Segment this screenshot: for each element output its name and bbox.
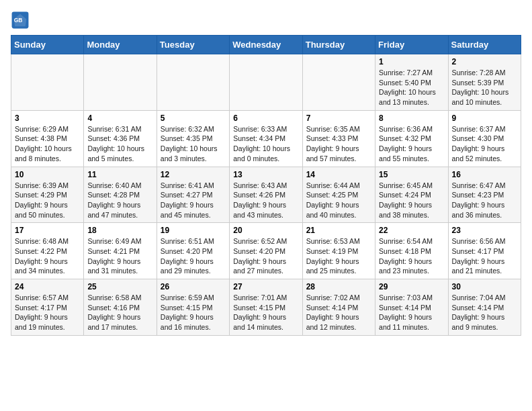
day-number: 16 [452, 170, 517, 179]
day-cell: 6Sunrise: 6:33 AMSunset: 4:34 PMDaylight… [230, 110, 302, 167]
calendar: SundayMondayTuesdayWednesdayThursdayFrid… [11, 35, 521, 336]
day-number: 20 [233, 226, 298, 235]
day-cell [11, 54, 84, 111]
day-cell: 17Sunrise: 6:48 AMSunset: 4:22 PMDayligh… [11, 223, 84, 279]
day-info: Sunrise: 6:40 AMSunset: 4:28 PMDaylight:… [87, 181, 152, 220]
day-cell: 12Sunrise: 6:41 AMSunset: 4:27 PMDayligh… [157, 167, 229, 223]
day-info: Sunrise: 6:53 AMSunset: 4:19 PMDaylight:… [306, 236, 371, 276]
day-info: Sunrise: 6:56 AMSunset: 4:17 PMDaylight:… [452, 236, 517, 276]
day-number: 26 [161, 282, 226, 291]
day-number: 25 [87, 282, 152, 291]
day-number: 14 [306, 170, 371, 179]
day-number: 23 [452, 226, 517, 235]
day-cell: 26Sunrise: 6:59 AMSunset: 4:15 PMDayligh… [157, 279, 229, 336]
day-number: 6 [233, 113, 298, 123]
day-info: Sunrise: 6:57 AMSunset: 4:17 PMDaylight:… [15, 293, 80, 332]
day-number: 4 [87, 113, 152, 123]
day-number: 3 [15, 113, 80, 123]
week-row-3: 10Sunrise: 6:39 AMSunset: 4:29 PMDayligh… [11, 167, 521, 223]
day-info: Sunrise: 6:31 AMSunset: 4:36 PMDaylight:… [87, 124, 152, 164]
header-wednesday: Wednesday [230, 36, 302, 54]
week-row-1: 1Sunrise: 7:27 AMSunset: 5:40 PMDaylight… [11, 54, 521, 111]
header-tuesday: Tuesday [157, 36, 229, 54]
logo: GB [11, 11, 32, 30]
day-info: Sunrise: 6:58 AMSunset: 4:16 PMDaylight:… [87, 293, 152, 332]
day-cell: 3Sunrise: 6:29 AMSunset: 4:38 PMDaylight… [11, 110, 84, 167]
day-number: 27 [233, 282, 298, 291]
day-number: 24 [15, 282, 80, 291]
day-cell: 25Sunrise: 6:58 AMSunset: 4:16 PMDayligh… [84, 279, 157, 336]
logo-icon: GB [11, 11, 30, 30]
day-number: 2 [452, 57, 517, 66]
day-cell: 7Sunrise: 6:35 AMSunset: 4:33 PMDaylight… [302, 110, 375, 167]
day-cell: 2Sunrise: 7:28 AMSunset: 5:39 PMDaylight… [448, 54, 521, 111]
day-cell [84, 54, 157, 111]
svg-text:GB: GB [14, 17, 23, 24]
day-cell: 1Sunrise: 7:27 AMSunset: 5:40 PMDaylight… [375, 54, 448, 111]
day-number: 9 [452, 113, 517, 123]
day-info: Sunrise: 7:27 AMSunset: 5:40 PMDaylight:… [379, 68, 444, 107]
day-info: Sunrise: 7:02 AMSunset: 4:14 PMDaylight:… [306, 293, 371, 332]
day-info: Sunrise: 6:59 AMSunset: 4:15 PMDaylight:… [161, 293, 226, 332]
day-info: Sunrise: 6:52 AMSunset: 4:20 PMDaylight:… [233, 236, 298, 276]
day-number: 29 [379, 282, 444, 291]
day-info: Sunrise: 6:29 AMSunset: 4:38 PMDaylight:… [15, 124, 80, 164]
day-cell: 4Sunrise: 6:31 AMSunset: 4:36 PMDaylight… [84, 110, 157, 167]
header-friday: Friday [375, 36, 448, 54]
day-cell [230, 54, 302, 111]
day-cell: 28Sunrise: 7:02 AMSunset: 4:14 PMDayligh… [302, 279, 375, 336]
day-cell: 8Sunrise: 6:36 AMSunset: 4:32 PMDaylight… [375, 110, 448, 167]
day-info: Sunrise: 6:36 AMSunset: 4:32 PMDaylight:… [379, 124, 444, 164]
header-thursday: Thursday [302, 36, 375, 54]
header: GB [11, 11, 521, 30]
day-info: Sunrise: 6:35 AMSunset: 4:33 PMDaylight:… [306, 124, 371, 164]
week-row-5: 24Sunrise: 6:57 AMSunset: 4:17 PMDayligh… [11, 279, 521, 336]
header-saturday: Saturday [448, 36, 521, 54]
day-info: Sunrise: 7:28 AMSunset: 5:39 PMDaylight:… [452, 68, 517, 107]
day-cell: 24Sunrise: 6:57 AMSunset: 4:17 PMDayligh… [11, 279, 84, 336]
day-cell: 30Sunrise: 7:04 AMSunset: 4:14 PMDayligh… [448, 279, 521, 336]
day-number: 7 [306, 113, 371, 123]
day-number: 5 [161, 113, 226, 123]
day-info: Sunrise: 6:54 AMSunset: 4:18 PMDaylight:… [379, 236, 444, 276]
day-number: 30 [452, 282, 517, 291]
day-cell: 29Sunrise: 7:03 AMSunset: 4:14 PMDayligh… [375, 279, 448, 336]
day-cell: 19Sunrise: 6:51 AMSunset: 4:20 PMDayligh… [157, 223, 229, 279]
week-row-2: 3Sunrise: 6:29 AMSunset: 4:38 PMDaylight… [11, 110, 521, 167]
day-number: 21 [306, 226, 371, 235]
day-cell: 22Sunrise: 6:54 AMSunset: 4:18 PMDayligh… [375, 223, 448, 279]
day-number: 10 [15, 170, 80, 179]
day-cell: 18Sunrise: 6:49 AMSunset: 4:21 PMDayligh… [84, 223, 157, 279]
day-number: 8 [379, 113, 444, 123]
day-cell: 27Sunrise: 7:01 AMSunset: 4:15 PMDayligh… [230, 279, 302, 336]
day-info: Sunrise: 6:37 AMSunset: 4:30 PMDaylight:… [452, 124, 517, 164]
day-cell: 23Sunrise: 6:56 AMSunset: 4:17 PMDayligh… [448, 223, 521, 279]
day-cell: 10Sunrise: 6:39 AMSunset: 4:29 PMDayligh… [11, 167, 84, 223]
day-cell: 15Sunrise: 6:45 AMSunset: 4:24 PMDayligh… [375, 167, 448, 223]
day-cell: 16Sunrise: 6:47 AMSunset: 4:23 PMDayligh… [448, 167, 521, 223]
header-monday: Monday [84, 36, 157, 54]
day-number: 13 [233, 170, 298, 179]
day-cell: 9Sunrise: 6:37 AMSunset: 4:30 PMDaylight… [448, 110, 521, 167]
day-cell: 5Sunrise: 6:32 AMSunset: 4:35 PMDaylight… [157, 110, 229, 167]
header-sunday: Sunday [11, 36, 84, 54]
day-cell: 11Sunrise: 6:40 AMSunset: 4:28 PMDayligh… [84, 167, 157, 223]
day-cell: 21Sunrise: 6:53 AMSunset: 4:19 PMDayligh… [302, 223, 375, 279]
day-cell: 20Sunrise: 6:52 AMSunset: 4:20 PMDayligh… [230, 223, 302, 279]
day-info: Sunrise: 6:44 AMSunset: 4:25 PMDaylight:… [306, 181, 371, 220]
day-number: 18 [87, 226, 152, 235]
day-info: Sunrise: 6:48 AMSunset: 4:22 PMDaylight:… [15, 236, 80, 276]
day-info: Sunrise: 6:49 AMSunset: 4:21 PMDaylight:… [87, 236, 152, 276]
day-number: 15 [379, 170, 444, 179]
day-number: 17 [15, 226, 80, 235]
day-info: Sunrise: 7:04 AMSunset: 4:14 PMDaylight:… [452, 293, 517, 332]
day-number: 12 [161, 170, 226, 179]
day-info: Sunrise: 6:51 AMSunset: 4:20 PMDaylight:… [161, 236, 226, 276]
day-cell [157, 54, 229, 111]
week-row-4: 17Sunrise: 6:48 AMSunset: 4:22 PMDayligh… [11, 223, 521, 279]
day-info: Sunrise: 6:33 AMSunset: 4:34 PMDaylight:… [233, 124, 298, 164]
day-cell: 13Sunrise: 6:43 AMSunset: 4:26 PMDayligh… [230, 167, 302, 223]
calendar-header-row: SundayMondayTuesdayWednesdayThursdayFrid… [11, 36, 521, 54]
day-info: Sunrise: 6:41 AMSunset: 4:27 PMDaylight:… [161, 181, 226, 220]
day-number: 28 [306, 282, 371, 291]
